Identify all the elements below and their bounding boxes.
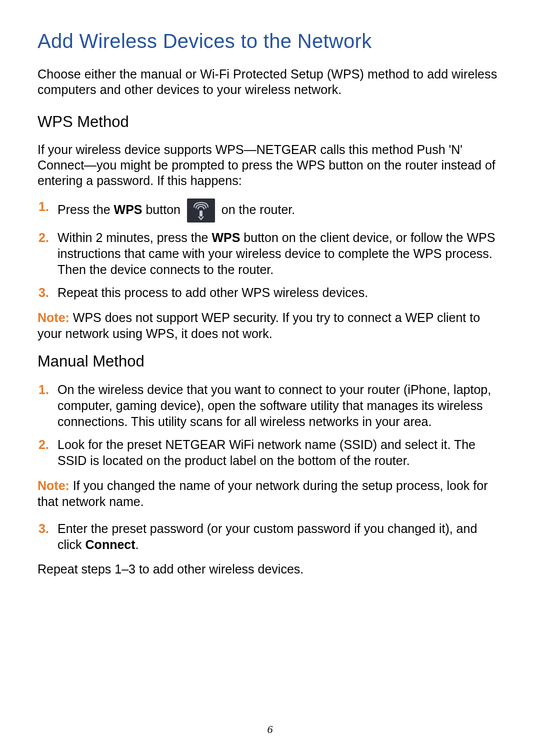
list-number: 3.: [38, 520, 58, 552]
manual-step-1: 1. On the wireless device that you want …: [38, 382, 502, 430]
list-body: Look for the preset NETGEAR WiFi network…: [58, 436, 502, 468]
svg-rect-0: [200, 210, 202, 216]
note-label: Note:: [38, 478, 73, 492]
list-body: Press the WPS button on the router.: [58, 198, 502, 222]
manual-step-2: 2. Look for the preset NETGEAR WiFi netw…: [38, 436, 502, 468]
note-text: WPS does not support WEP security. If yo…: [38, 310, 480, 340]
wps-steps-list: 1. Press the WPS button on the router. 2…: [38, 198, 502, 300]
manual-steps-list: 1. On the wireless device that you want …: [38, 382, 502, 468]
manual-section: Manual Method 1. On the wireless device …: [38, 352, 502, 577]
list-body: Within 2 minutes, press the WPS button o…: [58, 230, 502, 278]
wps-intro: If your wireless device supports WPS—NET…: [38, 142, 502, 189]
intro-paragraph: Choose either the manual or Wi-Fi Protec…: [38, 66, 502, 98]
manual-note: Note: If you changed the name of your ne…: [38, 478, 502, 510]
text: Within 2 minutes, press the: [58, 230, 212, 244]
wps-step-2: 2. Within 2 minutes, press the WPS butto…: [38, 230, 502, 278]
page-title: Add Wireless Devices to the Network: [38, 30, 502, 52]
bold-text: Connect: [86, 538, 136, 552]
note-label: Note:: [38, 310, 73, 324]
note-text: If you changed the name of your network …: [38, 478, 488, 508]
manual-heading: Manual Method: [38, 352, 502, 370]
wps-section: WPS Method If your wireless device suppo…: [38, 113, 502, 342]
list-number: 2.: [38, 230, 58, 278]
wps-step-1: 1. Press the WPS button on the router.: [38, 198, 502, 222]
text: .: [136, 538, 139, 552]
bold-text: WPS: [212, 230, 240, 244]
page-number: 6: [0, 723, 540, 736]
list-body: On the wireless device that you want to …: [58, 382, 502, 430]
text: Press the: [58, 202, 114, 216]
list-body: Repeat this process to add other WPS wir…: [58, 284, 502, 300]
list-number: 1.: [38, 198, 58, 222]
text: button: [142, 202, 184, 216]
bold-text: WPS: [114, 202, 142, 216]
wps-step-3: 3. Repeat this process to add other WPS …: [38, 284, 502, 300]
list-number: 2.: [38, 436, 58, 468]
manual-step-3: 3. Enter the preset password (or your cu…: [38, 520, 502, 552]
wps-note: Note: WPS does not support WEP security.…: [38, 310, 502, 342]
list-number: 1.: [38, 382, 58, 430]
list-number: 3.: [38, 284, 58, 300]
list-body: Enter the preset password (or your custo…: [58, 520, 502, 552]
manual-closing: Repeat steps 1–3 to add other wireless d…: [38, 562, 502, 577]
text: on the router.: [218, 202, 295, 216]
manual-steps-list-2: 3. Enter the preset password (or your cu…: [38, 520, 502, 552]
wps-button-icon: [187, 198, 215, 222]
wps-heading: WPS Method: [38, 113, 502, 131]
